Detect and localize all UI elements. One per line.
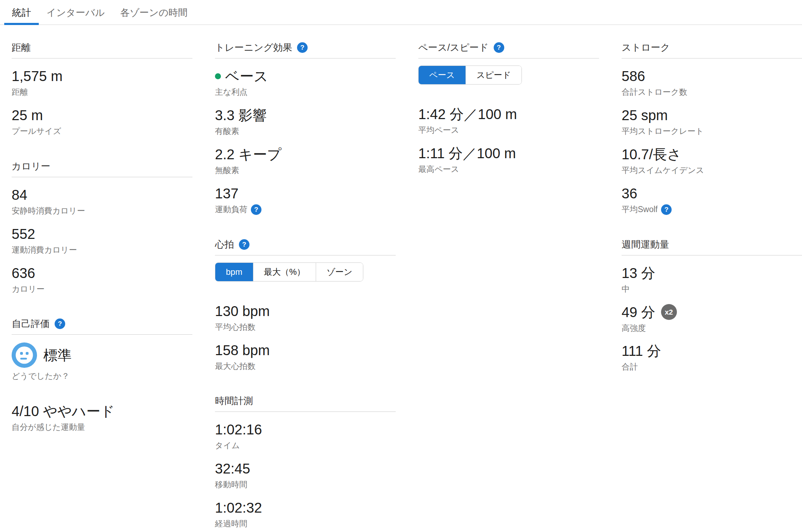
section-title-calories: カロリー bbox=[12, 160, 192, 177]
column-3: ペース/スピード ペース スピード 1:42 分／100 m 平均ペース 1:1… bbox=[418, 41, 599, 175]
stat-label: 合計 bbox=[622, 362, 802, 372]
stat-aerobic-effect: 3.3 影響 有酸素 bbox=[215, 107, 396, 137]
stat-value: 158 bpm bbox=[215, 342, 396, 359]
heart-rate-unit-toggle: bpm 最大（%） ゾーン bbox=[215, 262, 363, 282]
tab-intervals[interactable]: インターバル bbox=[39, 1, 112, 24]
stat-value: 13 分 bbox=[622, 265, 802, 282]
stat-label: 移動時間 bbox=[215, 480, 396, 490]
section-distance: 距離 1,575 m 距離 25 m プールサイズ bbox=[12, 41, 192, 137]
stat-value: 1,575 m bbox=[12, 68, 192, 85]
stat-label: 自分が感じた運動量 bbox=[12, 422, 192, 433]
stat-value: 84 bbox=[12, 186, 192, 203]
section-self-evaluation: 自己評価 標準 どうでしたか？ 4/10 ややハード 自分が感じた運動量 bbox=[12, 317, 192, 433]
stat-value: 25 spm bbox=[622, 107, 802, 124]
section-title-text: 時間計測 bbox=[215, 395, 253, 407]
toggle-speed[interactable]: スピード bbox=[465, 66, 522, 84]
stat-label: プールサイズ bbox=[12, 126, 192, 137]
section-title-heart-rate: 心拍 bbox=[215, 238, 396, 255]
stat-value: 1:02:16 bbox=[215, 421, 396, 438]
feeling-prompt: どうでしたか？ bbox=[12, 371, 192, 382]
help-icon[interactable] bbox=[251, 204, 261, 215]
stat-label: 運動負荷 bbox=[215, 204, 396, 215]
stat-active-calories: 552 運動消費カロリー bbox=[12, 225, 192, 255]
activity-tabs: 統計 インターバル 各ゾーンの時間 bbox=[0, 0, 802, 25]
stat-label: 運動消費カロリー bbox=[12, 245, 192, 255]
stat-value: 130 bpm bbox=[215, 303, 396, 320]
stat-label: 経過時間 bbox=[215, 519, 396, 529]
section-title-text: 心拍 bbox=[215, 238, 234, 251]
help-icon[interactable] bbox=[55, 318, 65, 329]
stat-label: 平均スイムケイデンス bbox=[622, 165, 802, 176]
stat-total-strokes: 586 合計ストローク数 bbox=[622, 68, 802, 98]
stat-distance: 1,575 m 距離 bbox=[12, 68, 192, 98]
section-title-text: カロリー bbox=[12, 160, 50, 173]
tab-time-in-zones[interactable]: 各ゾーンの時間 bbox=[112, 1, 195, 24]
stat-avg-stroke-rate: 25 spm 平均ストロークレート bbox=[622, 107, 802, 137]
stat-label: 安静時消費カロリー bbox=[12, 206, 192, 216]
stat-avg-swolf: 36 平均Swolf bbox=[622, 185, 802, 215]
section-title-text: トレーニング効果 bbox=[215, 41, 292, 54]
feeling-row: 標準 bbox=[12, 342, 192, 368]
help-icon[interactable] bbox=[661, 204, 672, 215]
section-title-distance: 距離 bbox=[12, 41, 192, 58]
stat-value: 1:11 分／100 m bbox=[418, 145, 599, 162]
hr-toggle-bpm[interactable]: bpm bbox=[215, 263, 253, 281]
section-title-text: 週間運動量 bbox=[622, 238, 669, 251]
stat-total-calories: 636 カロリー bbox=[12, 265, 192, 295]
tab-stats[interactable]: 統計 bbox=[4, 1, 39, 24]
column-4: ストローク 586 合計ストローク数 25 spm 平均ストロークレート 10.… bbox=[622, 41, 802, 372]
stat-perceived-exertion: 4/10 ややハード 自分が感じた運動量 bbox=[12, 403, 192, 433]
stat-label: 距離 bbox=[12, 87, 192, 98]
section-strokes: ストローク 586 合計ストローク数 25 spm 平均ストロークレート 10.… bbox=[622, 41, 802, 215]
section-title-text: ペース/スピード bbox=[418, 41, 489, 54]
pace-speed-toggle: ペース スピード bbox=[418, 66, 522, 85]
stat-value: 3.3 影響 bbox=[215, 107, 396, 124]
help-icon[interactable] bbox=[239, 239, 249, 250]
help-icon[interactable] bbox=[297, 42, 308, 53]
stat-label: 主な利点 bbox=[215, 87, 396, 98]
stat-total-minutes: 111 分 合計 bbox=[622, 342, 802, 372]
stat-max-heart-rate: 158 bpm 最大心拍数 bbox=[215, 342, 396, 372]
section-title-pace-speed: ペース/スピード bbox=[418, 41, 599, 58]
stat-label: 有酸素 bbox=[215, 126, 396, 137]
section-pace-speed: ペース/スピード ペース スピード 1:42 分／100 m 平均ペース 1:1… bbox=[418, 41, 599, 175]
stat-value: ベース bbox=[215, 68, 396, 85]
stat-label: 平均ストロークレート bbox=[622, 126, 802, 137]
stat-value: 49 分 x2 bbox=[622, 304, 802, 321]
toggle-pace[interactable]: ペース bbox=[419, 66, 465, 84]
stat-training-load: 137 運動負荷 bbox=[215, 185, 396, 215]
primary-benefit-text: ベース bbox=[225, 68, 268, 85]
stat-label: 平均ペース bbox=[418, 125, 599, 136]
section-title-strokes: ストローク bbox=[622, 41, 802, 58]
neutral-face-icon[interactable] bbox=[12, 342, 37, 368]
section-training-effect: トレーニング効果 ベース 主な利点 3.3 影響 有酸素 2.2 キープ 無酸素… bbox=[215, 41, 396, 215]
stat-time: 1:02:16 タイム bbox=[215, 421, 396, 451]
vigorous-minutes-text: 49 分 bbox=[622, 304, 655, 321]
training-effect-dot-icon bbox=[215, 73, 221, 79]
section-heart-rate: 心拍 bpm 最大（%） ゾーン 130 bpm 平均心拍数 158 bpm 最… bbox=[215, 238, 396, 372]
stat-label: 中 bbox=[622, 284, 802, 295]
section-title-text: 自己評価 bbox=[12, 317, 50, 330]
hr-toggle-zones[interactable]: ゾーン bbox=[316, 263, 363, 281]
stat-label: カロリー bbox=[12, 284, 192, 295]
section-title-training-effect: トレーニング効果 bbox=[215, 41, 396, 58]
stat-label: 平均Swolf bbox=[622, 204, 802, 215]
multiplier-badge: x2 bbox=[661, 304, 677, 320]
feeling-value: 標準 bbox=[43, 346, 72, 365]
stat-moving-time: 32:45 移動時間 bbox=[215, 460, 396, 490]
stat-value: 10.7/長さ bbox=[622, 146, 802, 163]
stat-value: 32:45 bbox=[215, 460, 396, 477]
stat-value: 36 bbox=[622, 185, 802, 202]
stat-label: 平均心拍数 bbox=[215, 322, 396, 333]
stat-value: 111 分 bbox=[622, 342, 802, 359]
stat-primary-benefit: ベース 主な利点 bbox=[215, 68, 396, 98]
stat-resting-calories: 84 安静時消費カロリー bbox=[12, 186, 192, 216]
section-title-text: 距離 bbox=[12, 41, 31, 54]
stat-label-text: 平均Swolf bbox=[622, 204, 658, 215]
stat-label-text: 運動負荷 bbox=[215, 204, 247, 215]
section-title-self-evaluation: 自己評価 bbox=[12, 317, 192, 335]
help-icon[interactable] bbox=[494, 42, 504, 53]
stat-value: 25 m bbox=[12, 107, 192, 124]
stat-best-pace: 1:11 分／100 m 最高ペース bbox=[418, 145, 599, 175]
hr-toggle-max-percent[interactable]: 最大（%） bbox=[253, 263, 316, 281]
